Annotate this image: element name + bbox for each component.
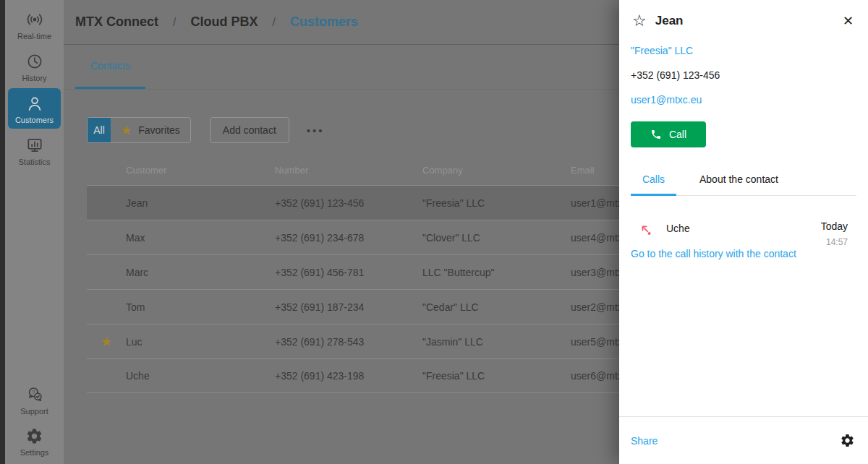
sidebar-item-label: Statistics: [18, 158, 50, 166]
sidebar-item-statistics[interactable]: Statistics: [8, 130, 61, 171]
cell-number: +352 (691) 456-781: [275, 267, 422, 278]
cell-number: +352 (691) 278-543: [275, 336, 422, 348]
cell-company: "Jasmin" LLC: [422, 336, 571, 348]
more-options-button[interactable]: •••: [307, 124, 325, 137]
contact-email-link[interactable]: user1@mtxc.eu: [631, 94, 856, 106]
favorites-label: Favorites: [138, 124, 180, 136]
cell-number: +352 (691) 423-198: [275, 370, 422, 382]
close-icon[interactable]: ✕: [843, 14, 854, 27]
cell-company: "Freesia" LLC: [422, 197, 571, 209]
star-icon: ★: [121, 124, 132, 137]
sidebar-item-label: Real-time: [17, 32, 51, 40]
call-timestamp: Today 14:57: [821, 220, 848, 247]
sidebar-item-real-time[interactable]: Real-time: [8, 4, 61, 45]
add-contact-button[interactable]: Add contact: [210, 117, 289, 143]
favorite-star-icon[interactable]: ★: [87, 335, 126, 348]
share-link[interactable]: Share: [631, 435, 658, 447]
tab-calls[interactable]: Calls: [631, 166, 676, 195]
sidebar-item-history[interactable]: History: [8, 46, 61, 87]
sidebar-item-customers[interactable]: Customers: [8, 88, 61, 129]
sidebar-item-support[interactable]: ? Support: [8, 379, 61, 420]
filter-all-button[interactable]: All: [88, 118, 111, 142]
breadcrumb-separator: /: [272, 16, 275, 29]
broadcast-icon: [25, 10, 45, 29]
cell-customer: Marc: [126, 267, 275, 278]
cell-customer: Luc: [126, 336, 275, 348]
header-number: Number: [275, 165, 422, 176]
sidebar-item-label: Customers: [15, 116, 54, 124]
favorite-toggle-star-icon[interactable]: ☆: [632, 13, 647, 29]
cell-customer: Tom: [126, 301, 275, 313]
window-edge: [0, 0, 5, 464]
gear-icon: [25, 427, 43, 445]
panel-footer: Share: [619, 416, 868, 464]
call-day: Today: [821, 220, 848, 232]
support-chat-icon: ?: [25, 385, 44, 404]
cell-company: LLC "Buttercup": [422, 267, 571, 278]
contact-detail-panel: ☆ Jean ✕ "Freesia" LLC +352 (691) 123-45…: [619, 0, 868, 464]
header-customer: Customer: [126, 165, 275, 176]
call-time: 14:57: [821, 237, 848, 247]
cell-customer: Jean: [126, 197, 275, 209]
sidebar: Real-time History Customers Statistics: [5, 0, 64, 464]
panel-header: ☆ Jean ✕: [619, 0, 868, 29]
settings-gear-icon[interactable]: [840, 433, 855, 448]
sidebar-item-settings[interactable]: Settings: [8, 421, 61, 461]
breadcrumb-current[interactable]: Customers: [290, 14, 358, 30]
cell-company: "Clover" LLC: [422, 232, 571, 244]
filter-segmented-control: All ★ Favorites: [87, 117, 191, 143]
cell-number: +352 (691) 187-234: [275, 301, 422, 313]
cell-number: +352 (691) 234-678: [275, 232, 422, 244]
sidebar-item-label: Settings: [20, 448, 49, 457]
call-history-link[interactable]: Go to the call history with the contact: [631, 248, 796, 259]
header-company: Company: [422, 165, 571, 176]
contact-phone: +352 (691) 123-456: [631, 69, 856, 81]
missed-call-icon: [639, 220, 652, 236]
cell-customer: Max: [126, 232, 275, 244]
tab-contacts[interactable]: Contacts: [75, 45, 145, 89]
cell-number: +352 (691) 123-456: [275, 197, 422, 209]
panel-tabs: Calls About the contact: [631, 166, 856, 196]
sidebar-item-label: Support: [20, 407, 48, 416]
contact-company-link[interactable]: "Freesia" LLC: [631, 45, 856, 56]
breadcrumb-separator: /: [173, 16, 176, 29]
call-contact-name: Uche: [666, 220, 690, 234]
person-icon: [25, 94, 44, 113]
cell-company: "Cedar" LLC: [422, 301, 571, 313]
breadcrumb-section[interactable]: Cloud PBX: [190, 14, 258, 30]
cell-company: "Freesia" LLC: [422, 370, 571, 382]
bar-chart-monitor-icon: [25, 136, 44, 155]
call-history-item[interactable]: Uche Today 14:57: [619, 220, 868, 247]
cell-customer: Uche: [126, 370, 275, 382]
tab-about-contact[interactable]: About the contact: [699, 166, 778, 195]
filter-favorites-button[interactable]: ★ Favorites: [111, 118, 190, 142]
contact-info: "Freesia" LLC +352 (691) 123-456 user1@m…: [619, 45, 868, 147]
contact-name-title: Jean: [655, 14, 684, 28]
call-button-label: Call: [669, 129, 686, 140]
breadcrumb-app[interactable]: MTX Connect: [75, 14, 158, 30]
history-clock-icon: [25, 52, 44, 71]
phone-icon: [650, 129, 662, 140]
sidebar-item-label: History: [22, 74, 46, 82]
call-button[interactable]: Call: [631, 121, 706, 147]
